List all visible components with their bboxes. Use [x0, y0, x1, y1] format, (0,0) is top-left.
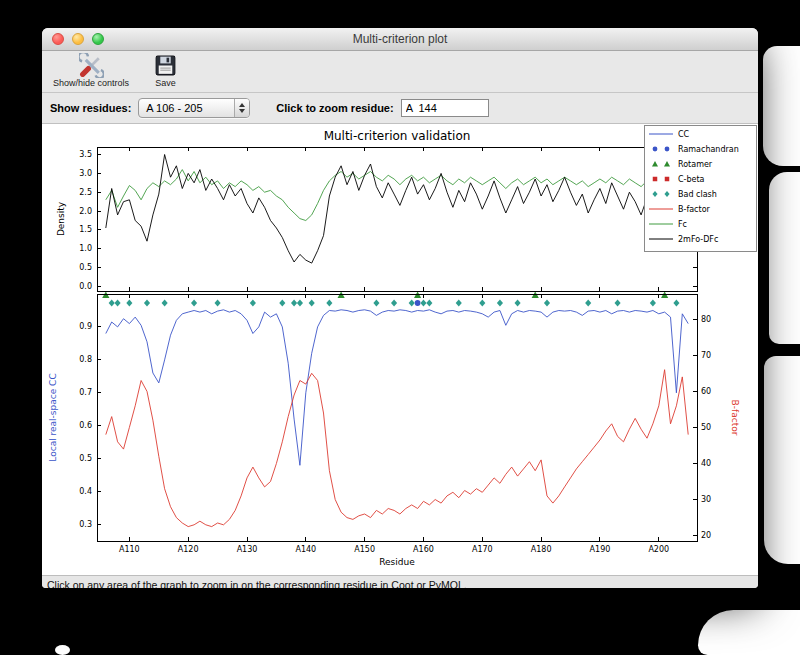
show-residues-label: Show residues:	[50, 102, 131, 114]
save-button[interactable]: Save	[150, 52, 181, 89]
svg-text:3.0: 3.0	[79, 169, 92, 178]
svg-text:CC: CC	[678, 130, 690, 139]
svg-text:30: 30	[701, 495, 711, 504]
show-hide-controls-label: Show/hide controls	[53, 78, 129, 88]
svg-text:C-beta: C-beta	[678, 175, 705, 184]
zoom-residue-input[interactable]	[401, 99, 489, 117]
desktop-artifact	[55, 645, 70, 655]
svg-text:A120: A120	[178, 545, 199, 554]
zoom-button[interactable]	[92, 33, 104, 45]
svg-text:3.5: 3.5	[79, 150, 92, 159]
multi-criterion-chart[interactable]: Multi-criterion validation0.00.51.01.52.…	[42, 124, 758, 575]
svg-text:20: 20	[701, 531, 711, 540]
svg-text:A140: A140	[295, 545, 316, 554]
multi-criterion-plot-window: Multi-criterion plot Show/hide controls	[42, 28, 758, 588]
zoom-residue-label: Click to zoom residue:	[276, 102, 393, 114]
svg-text:0.9: 0.9	[79, 322, 92, 331]
svg-text:60: 60	[701, 387, 711, 396]
svg-text:Local real-space CC: Local real-space CC	[48, 373, 58, 461]
status-bar: Click on any area of the graph to zoom i…	[42, 575, 758, 588]
svg-text:Fc: Fc	[678, 220, 687, 229]
svg-text:Residue: Residue	[379, 557, 415, 567]
minimize-button[interactable]	[72, 33, 84, 45]
residue-range-select[interactable]: A 106 - 205	[138, 98, 250, 118]
window-title: Multi-criterion plot	[353, 32, 448, 46]
plot-area[interactable]: Multi-criterion validation0.00.51.01.52.…	[42, 124, 758, 575]
svg-text:1.5: 1.5	[79, 225, 92, 234]
svg-text:Rotamer: Rotamer	[678, 160, 713, 169]
svg-text:A190: A190	[590, 545, 611, 554]
svg-text:2.5: 2.5	[79, 188, 92, 197]
svg-text:2.0: 2.0	[79, 207, 92, 216]
toolbar: Show/hide controls Save	[42, 51, 758, 93]
svg-text:A170: A170	[472, 545, 493, 554]
svg-text:0.6: 0.6	[79, 421, 92, 430]
desktop-artifact	[764, 356, 800, 564]
desktop-artifact	[733, 636, 775, 655]
titlebar[interactable]: Multi-criterion plot	[42, 28, 758, 51]
svg-text:1.0: 1.0	[79, 244, 92, 253]
residue-range-value: A 106 - 205	[146, 102, 202, 114]
svg-text:0.8: 0.8	[79, 355, 92, 364]
svg-text:A150: A150	[354, 545, 375, 554]
stepper-arrows-icon	[234, 99, 249, 117]
floppy-disk-icon	[153, 53, 178, 78]
svg-text:A200: A200	[648, 545, 669, 554]
save-label: Save	[155, 78, 176, 88]
svg-text:0.0: 0.0	[79, 282, 92, 291]
svg-text:0.4: 0.4	[79, 487, 92, 496]
close-button[interactable]	[52, 33, 64, 45]
svg-text:Density: Density	[56, 201, 66, 236]
svg-text:0.3: 0.3	[79, 520, 92, 529]
svg-text:Bad clash: Bad clash	[678, 190, 717, 199]
svg-text:B-factor: B-factor	[730, 400, 740, 436]
show-hide-controls-button[interactable]: Show/hide controls	[50, 52, 132, 89]
svg-text:Ramachandran: Ramachandran	[678, 145, 739, 154]
svg-text:2mFo-DFc: 2mFo-DFc	[678, 235, 718, 244]
desktop-artifact	[769, 172, 800, 344]
svg-text:A160: A160	[413, 545, 434, 554]
svg-text:0.7: 0.7	[79, 388, 92, 397]
svg-text:B-factor: B-factor	[678, 205, 711, 214]
svg-text:A110: A110	[119, 545, 140, 554]
svg-text:80: 80	[701, 315, 711, 324]
status-text: Click on any area of the graph to zoom i…	[47, 579, 467, 589]
svg-text:A130: A130	[237, 545, 258, 554]
traffic-lights	[52, 33, 104, 45]
svg-text:70: 70	[701, 351, 711, 360]
svg-text:0.5: 0.5	[79, 454, 92, 463]
svg-text:40: 40	[701, 459, 711, 468]
tools-icon	[79, 53, 104, 78]
svg-text:A180: A180	[531, 545, 552, 554]
svg-text:Multi-criterion validation: Multi-criterion validation	[324, 129, 471, 143]
svg-text:50: 50	[701, 423, 711, 432]
svg-text:0.5: 0.5	[79, 263, 92, 272]
desktop-artifact	[763, 46, 800, 166]
controls-row: Show residues: A 106 - 205 Click to zoom…	[42, 93, 758, 124]
